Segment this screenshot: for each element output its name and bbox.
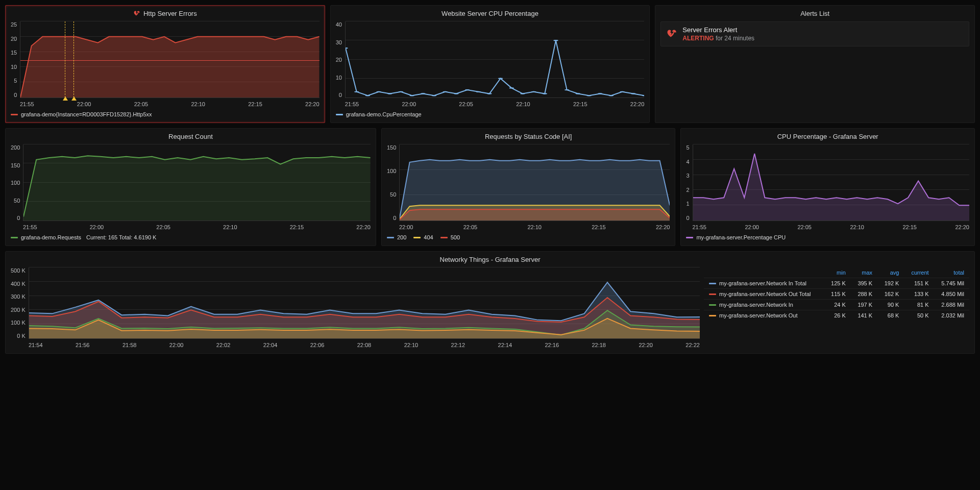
svg-point-4 <box>387 93 392 94</box>
cell-current: 133 K <box>904 289 934 300</box>
svg-point-0 <box>346 47 348 48</box>
panel-requests-by-status[interactable]: Requests by Status Code [AI] 150100500 2… <box>381 128 676 246</box>
svg-point-16 <box>520 93 525 94</box>
x-axis: 21:5522:0022:0522:1022:1522:20 <box>345 98 645 107</box>
panel-title: CPU Percentage - Grafana Server <box>777 133 878 140</box>
svg-point-12 <box>476 91 480 92</box>
cell-min: 115 K <box>824 289 851 300</box>
svg-point-1 <box>354 91 359 92</box>
panel-http-errors[interactable]: Http Server Errors 2520151050 21:5522:00… <box>5 5 325 123</box>
table-row[interactable]: my-grafana-server.Network Out Total115 K… <box>704 289 969 300</box>
series-name: my-grafana-server.Network Out Total <box>719 291 811 297</box>
cell-max: 141 K <box>851 310 877 321</box>
panel-cpu-grafana[interactable]: CPU Percentage - Grafana Server 543210 2… <box>680 128 975 246</box>
heart-broken-icon <box>666 29 677 40</box>
legend-swatch <box>336 114 343 115</box>
legend-swatch <box>709 283 716 284</box>
cell-current: 81 K <box>904 300 934 310</box>
chart-area[interactable] <box>23 144 371 221</box>
svg-point-11 <box>465 89 470 90</box>
svg-point-24 <box>609 95 614 96</box>
svg-point-21 <box>576 93 580 94</box>
legend-swatch <box>440 237 448 238</box>
cell-avg: 162 K <box>877 289 904 300</box>
panel-network[interactable]: Networky Things - Grafana Server 500 K40… <box>5 251 975 354</box>
cell-min: 125 K <box>824 278 851 289</box>
x-axis: 21:5421:5621:5822:0022:0222:0422:0622:08… <box>29 339 700 348</box>
panel-cpu-percentage[interactable]: Website Server CPU Percentage 403020100 … <box>330 5 650 123</box>
svg-point-7 <box>421 93 425 94</box>
chart-area[interactable] <box>693 144 969 221</box>
cell-total: 2.032 Mil <box>934 310 969 321</box>
network-legend-table: min max avg current total my-grafana-ser… <box>704 267 969 321</box>
legend-item[interactable]: grafana-demo{Instance=RD0003FFD15282}.Ht… <box>11 111 152 117</box>
legend-item[interactable]: my-grafana-server.Percentage CPU <box>686 234 786 240</box>
legend-item[interactable]: grafana-demo.Requests Current: 165 Total… <box>11 234 156 240</box>
cell-current: 151 K <box>904 278 934 289</box>
heart-broken-icon <box>133 10 140 17</box>
panel-title: Website Server CPU Percentage <box>442 10 538 17</box>
chart-area[interactable] <box>345 21 644 98</box>
svg-point-9 <box>443 91 447 92</box>
svg-point-15 <box>509 87 513 88</box>
chart-area[interactable] <box>29 267 700 339</box>
x-axis: 21:5522:0022:0522:1022:1522:20 <box>692 221 969 230</box>
legend-label: 500 <box>451 234 460 240</box>
svg-point-6 <box>409 95 414 96</box>
cell-min: 24 K <box>824 300 851 310</box>
svg-point-8 <box>432 95 436 96</box>
alert-list-item[interactable]: Server Errors Alert ALERTING for 24 minu… <box>660 21 969 46</box>
panel-title: Requests by Status Code [AI] <box>485 133 572 140</box>
legend-item[interactable]: 404 <box>413 234 433 240</box>
series-name: my-grafana-server.Network In <box>719 302 793 308</box>
cell-min: 26 K <box>824 310 851 321</box>
y-axis: 2520151050 <box>11 21 20 98</box>
panel-title: Http Server Errors <box>143 10 197 17</box>
x-axis: 21:5522:0022:0522:1022:1522:20 <box>23 221 371 230</box>
panel-title: Networky Things - Grafana Server <box>440 256 541 263</box>
legend-item[interactable]: 200 <box>387 234 406 240</box>
table-row[interactable]: my-grafana-server.Network In24 K197 K90 … <box>704 300 969 310</box>
svg-point-14 <box>498 78 503 79</box>
y-axis: 150100500 <box>387 144 399 221</box>
svg-point-26 <box>631 93 635 94</box>
svg-point-19 <box>553 40 558 41</box>
table-header[interactable]: min <box>824 267 851 278</box>
table-header[interactable]: total <box>934 267 969 278</box>
chart-area[interactable] <box>20 21 319 98</box>
table-header[interactable]: avg <box>877 267 904 278</box>
y-axis: 200150100500 <box>11 144 23 221</box>
legend-item[interactable]: 500 <box>440 234 460 240</box>
legend-swatch <box>709 315 716 316</box>
cell-max: 288 K <box>851 289 877 300</box>
svg-point-13 <box>487 93 492 94</box>
svg-point-18 <box>543 93 547 94</box>
legend-label: grafana-demo{Instance=RD0003FFD15282}.Ht… <box>21 111 152 117</box>
y-axis: 403020100 <box>336 21 345 98</box>
panel-alerts-list[interactable]: Alerts List Server Errors Alert ALERTING… <box>655 5 975 123</box>
svg-point-17 <box>531 91 536 92</box>
legend-item[interactable]: grafana-demo.CpuPercentage <box>336 111 422 117</box>
table-row[interactable]: my-grafana-server.Network In Total125 K3… <box>704 278 969 289</box>
cell-avg: 90 K <box>877 300 904 310</box>
y-axis: 543210 <box>686 144 692 221</box>
legend-label: 404 <box>424 234 433 240</box>
cell-avg: 192 K <box>877 278 904 289</box>
cell-avg: 68 K <box>877 310 904 321</box>
alert-duration: for 24 minutes <box>716 35 754 42</box>
table-header[interactable]: max <box>851 267 877 278</box>
svg-point-2 <box>365 95 370 96</box>
legend-swatch <box>11 237 18 238</box>
table-row[interactable]: my-grafana-server.Network Out26 K141 K68… <box>704 310 969 321</box>
legend-swatch <box>709 304 716 306</box>
panel-title: Request Count <box>168 133 213 140</box>
svg-point-22 <box>586 95 591 96</box>
svg-point-10 <box>454 93 458 94</box>
cell-max: 395 K <box>851 278 877 289</box>
table-header[interactable]: current <box>904 267 934 278</box>
alert-state: ALERTING <box>682 35 714 42</box>
svg-point-23 <box>598 93 602 94</box>
chart-area[interactable] <box>399 144 670 221</box>
y-axis: 500 K400 K300 K200 K100 K0 K <box>11 267 29 339</box>
panel-request-count[interactable]: Request Count 200150100500 21:5522:0022:… <box>5 128 376 246</box>
